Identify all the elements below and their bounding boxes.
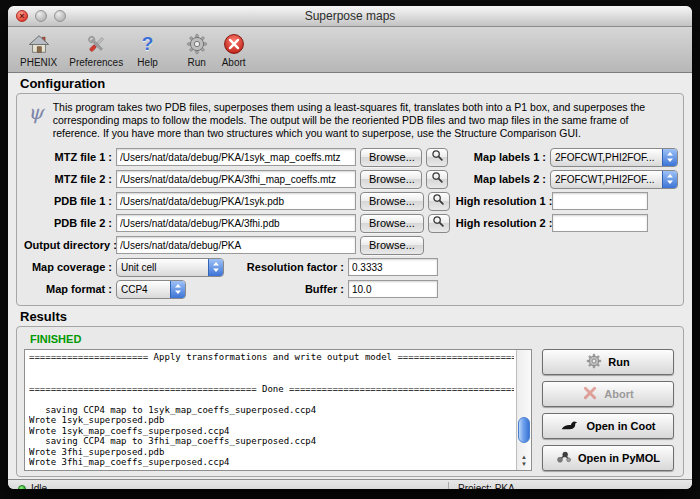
open-in-pymol-label: Open in PyMOL [578, 452, 660, 464]
map-coverage-value: Unit cell [117, 262, 208, 273]
program-description-row: ψ This program takes two PDB files, supe… [24, 99, 676, 146]
mtz-file-2-input[interactable] [116, 170, 356, 188]
program-icon: ψ [28, 101, 44, 140]
high-resolution-1-label: High resolution 1 : [456, 195, 548, 207]
gear-icon [586, 353, 602, 371]
abort-button-label: Abort [604, 388, 633, 400]
toolbar-run-label: Run [187, 57, 205, 68]
run-button-label: Run [608, 356, 629, 368]
toolbar-run-button[interactable]: Run [178, 29, 215, 71]
map-labels-2-select[interactable]: 2FOFCWT,PHI2FOF... [550, 170, 678, 189]
superpose-maps-window: × Superpose maps PHENIX [8, 6, 692, 489]
idle-status-dot-icon [18, 485, 26, 490]
output-directory-label: Output directory : [24, 239, 112, 251]
map-coverage-slot: Unit cell [116, 258, 236, 277]
map-format-slot: CCP4 [116, 280, 236, 299]
resolution-factor-label: Resolution factor : [240, 261, 344, 273]
high-resolution-2-label: High resolution 2 : [456, 217, 548, 229]
abort-button[interactable]: Abort [542, 381, 674, 407]
mtz-file-1-inspect-button[interactable] [426, 148, 448, 167]
mtz-file-1-input[interactable] [116, 148, 356, 166]
resolution-factor-input[interactable] [348, 258, 438, 276]
pdb-file-1-inspect-button[interactable] [428, 192, 450, 211]
buffer-input[interactable] [348, 280, 438, 298]
buffer-label: Buffer : [240, 283, 344, 295]
magnifier-icon [431, 171, 444, 187]
mtz-file-1-label: MTZ file 1 : [24, 151, 112, 163]
toolbar: PHENIX Preferences [8, 27, 692, 73]
magnifier-icon [431, 149, 444, 165]
high-resolution-2-input[interactable] [552, 214, 648, 232]
open-in-pymol-button[interactable]: Open in PyMOL [542, 445, 674, 471]
toolbar-help-button[interactable]: ? Help [129, 29, 166, 71]
gear-icon [184, 32, 209, 57]
map-format-select[interactable]: CCP4 [116, 280, 186, 299]
statusbar-divider [448, 482, 449, 489]
map-coverage-label: Map coverage : [24, 261, 112, 273]
window-content: Configuration ψ This program takes two P… [8, 73, 692, 479]
pdb-file-1-input[interactable] [116, 192, 356, 210]
coot-bird-icon [560, 418, 580, 434]
open-in-coot-button[interactable]: Open in Coot [542, 413, 674, 439]
toolbar-preferences-button[interactable]: Preferences [63, 29, 129, 71]
titlebar[interactable]: × Superpose maps [8, 6, 692, 27]
magnifier-icon [432, 193, 445, 209]
pdb-file-2-browse-button[interactable]: Browse... [360, 214, 424, 233]
pdb-file-1-row: PDB file 1 : Browse... High resolution 1… [24, 190, 676, 212]
combo-arrows-icon [208, 259, 223, 276]
mtz-file-2-row: MTZ file 2 : Browse... Map labels 2 : 2F… [24, 168, 676, 190]
toolbar-preferences-label: Preferences [69, 57, 123, 68]
pdb-file-1-browse-button[interactable]: Browse... [360, 192, 424, 211]
pdb-file-1-label: PDB file 1 : [24, 195, 112, 207]
results-body: ====================== Apply transformat… [24, 349, 676, 471]
output-directory-row: Output directory : Browse... [24, 234, 676, 256]
close-button[interactable]: × [16, 10, 28, 22]
statusbar: Idle Project: PKA [8, 479, 692, 489]
configuration-heading: Configuration [20, 76, 684, 91]
status-badge: FINISHED [30, 333, 676, 345]
pdb-file-2-input[interactable] [116, 214, 356, 232]
toolbar-abort-button[interactable]: Abort [215, 29, 252, 71]
mtz-file-2-inspect-button[interactable] [426, 170, 448, 189]
output-directory-browse-button[interactable]: Browse... [360, 236, 424, 255]
toolbar-help-label: Help [137, 57, 158, 68]
traffic-lights: × [16, 10, 66, 22]
results-actions: Run Abort [542, 349, 674, 471]
map-format-row: Map format : CCP4 Buffer : [24, 278, 676, 300]
map-format-label: Map format : [24, 283, 112, 295]
desktop-background: × Superpose maps PHENIX [0, 0, 700, 499]
pdb-file-2-inspect-button[interactable] [428, 214, 450, 233]
magnifier-icon [432, 215, 445, 231]
tools-icon [84, 32, 109, 57]
map-coverage-select[interactable]: Unit cell [116, 258, 224, 277]
map-labels-2-label: Map labels 2 : [454, 173, 546, 185]
high-resolution-1-input[interactable] [552, 192, 648, 210]
map-format-value: CCP4 [117, 284, 170, 295]
map-coverage-row: Map coverage : Unit cell Resolution fact… [24, 256, 676, 278]
mtz-file-2-browse-button[interactable]: Browse... [360, 170, 422, 189]
program-description: This program takes two PDB files, superp… [53, 101, 665, 140]
minimize-button[interactable] [35, 10, 47, 22]
log-text: ====================== Apply transformat… [29, 352, 514, 468]
status-project-label: Project: PKA [458, 483, 515, 489]
mtz-file-1-browse-button[interactable]: Browse... [360, 148, 422, 167]
results-heading: Results [20, 309, 684, 324]
console-scrollbar[interactable]: ▲▼ [516, 350, 531, 470]
window-title: Superpose maps [305, 9, 396, 23]
zoom-button[interactable] [54, 10, 66, 22]
log-console[interactable]: ====================== Apply transformat… [24, 349, 532, 471]
combo-arrows-icon [662, 171, 677, 188]
run-button[interactable]: Run [542, 349, 674, 375]
map-labels-2-value: 2FOFCWT,PHI2FOF... [551, 174, 662, 185]
scrollbar-arrows-icon[interactable]: ▲▼ [517, 454, 531, 468]
toolbar-phenix-label: PHENIX [20, 57, 57, 68]
combo-arrows-icon [662, 149, 677, 166]
home-icon [26, 32, 51, 57]
output-directory-input[interactable] [116, 236, 356, 254]
toolbar-phenix-button[interactable]: PHENIX [14, 29, 63, 71]
abort-x-icon [221, 32, 246, 57]
map-labels-1-select[interactable]: 2FOFCWT,PHI2FOF... [550, 148, 678, 167]
question-icon: ? [135, 32, 160, 57]
mtz-file-2-label: MTZ file 2 : [24, 173, 112, 185]
console-scrollbar-thumb[interactable] [518, 417, 530, 443]
